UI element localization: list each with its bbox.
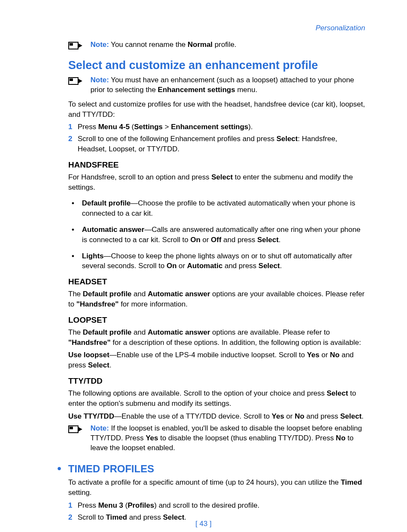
step-bold: Select [276, 135, 298, 143]
text: —Enable use of the LPS-4 mobile inductiv… [109, 351, 307, 359]
svg-rect-7 [70, 427, 73, 429]
note-text-part: profile. [212, 40, 236, 49]
bold: Yes [272, 412, 284, 420]
bold: Automatic [187, 262, 223, 270]
bold: Select [88, 361, 109, 369]
text: and press [304, 412, 340, 420]
text: or [320, 351, 330, 359]
note-prefix: Note: [90, 424, 109, 432]
step-body: Press Menu 4-5 (Settings > Enhancement s… [78, 122, 365, 132]
step-text: ( [130, 123, 134, 131]
bold: Automatic answer [148, 290, 210, 298]
step-number: 2 [68, 134, 74, 154]
note-enhancement-required: Note: You must have an enhancement (such… [68, 75, 365, 95]
bold: Select [257, 236, 279, 244]
note-text-part: You cannot rename the [109, 40, 187, 49]
text: —Enable the use of a TTY/TDD device. Scr… [114, 412, 272, 420]
heading-handsfree: HANDSFREE [68, 160, 365, 170]
svg-marker-2 [78, 43, 82, 48]
bold: "Handsfree" [68, 338, 110, 347]
text: setting. [68, 489, 92, 497]
bold: Menu 3 [98, 501, 123, 509]
step-bold: Menu 4-5 [98, 123, 130, 131]
tty-p2: Use TTY/TDD—Enable the use of a TTY/TDD … [68, 411, 365, 422]
bold: No [330, 351, 340, 359]
step-body: Press Menu 3 (Profiles) and scroll to th… [78, 500, 365, 511]
tty-p1: The following options are available. Scr… [68, 388, 365, 409]
bold: Automatic answer [148, 328, 210, 336]
bullet-icon: • [72, 225, 78, 245]
bullet-icon: • [72, 251, 78, 272]
step-text: Scroll to one of the following Enhanceme… [78, 135, 276, 143]
text: and [131, 328, 148, 336]
bold: Off [211, 236, 221, 244]
section-bullet-icon: • [57, 463, 61, 474]
svg-marker-5 [78, 79, 82, 83]
text: to disable the loopset (thus enabling TT… [158, 434, 336, 442]
step-body: Scroll to one of the following Enhanceme… [78, 134, 365, 154]
text: for more information. [119, 300, 188, 308]
bullet-body: Automatic answer—Calls are answered auto… [82, 225, 365, 245]
text: The following options are available. Scr… [68, 389, 327, 397]
loopset-p2: Use loopset—Enable use of the LPS-4 mobi… [68, 350, 365, 370]
step-1: 1 Press Menu 4-5 (Settings > Enhancement… [68, 122, 365, 132]
bold: Lights [82, 252, 104, 260]
bold: Yes [145, 434, 158, 442]
bullet-lights: • Lights—Choose to keep the phone lights… [72, 251, 365, 272]
step-text: ). [248, 123, 253, 131]
text: The [68, 328, 83, 336]
text: ) and scroll to the desired profile. [154, 501, 260, 509]
note-prefix: Note: [90, 76, 109, 84]
step-2: 2 Scroll to one of the following Enhance… [68, 134, 365, 154]
bold: Select [340, 412, 361, 420]
text: and [131, 290, 148, 298]
text: and press [221, 236, 257, 244]
bold: Yes [307, 351, 319, 359]
text: options are available. Please refer to [210, 328, 330, 336]
bold: Automatic answer [82, 226, 144, 234]
timed-step-1: 1 Press Menu 3 (Profiles) and scroll to … [68, 500, 365, 511]
text: or [177, 262, 187, 270]
bold: Use loopset [68, 351, 109, 359]
bold: Select [211, 173, 233, 181]
svg-rect-4 [70, 78, 73, 81]
bullet-automatic-answer: • Automatic answer—Calls are answered au… [72, 225, 365, 245]
bold: Default profile [82, 199, 131, 207]
note-tty-loopset: Note: If the loopset is enabled, you'll … [68, 424, 365, 453]
text: . [109, 361, 111, 369]
step-number: 1 [68, 122, 74, 132]
bold: On [190, 236, 201, 244]
step-bold: Enhancement settings [171, 123, 248, 131]
text: for a description of these options. In a… [110, 338, 361, 347]
loopset-p1: The Default profile and Automatic answer… [68, 327, 365, 348]
text: and press [223, 262, 259, 270]
bullet-body: Default profile—Choose the profile to be… [82, 198, 365, 219]
bold: Profiles [128, 501, 154, 509]
step-number: 1 [68, 500, 74, 511]
bold: No [336, 434, 346, 442]
bullet-default-profile: • Default profile—Choose the profile to … [72, 198, 365, 219]
intro-paragraph: To select and customize profiles for use… [68, 99, 365, 120]
svg-marker-8 [78, 427, 82, 431]
bold: Select [259, 262, 280, 270]
note-icon [68, 41, 83, 52]
header-section-label: Personalization [68, 24, 365, 32]
headset-paragraph: The Default profile and Automatic answer… [68, 289, 365, 309]
bold: Select [327, 389, 348, 397]
text: The [68, 290, 83, 298]
manual-page: Personalization Note: You cannot rename … [0, 0, 407, 532]
bullet-icon: • [72, 198, 78, 219]
heading-headset: HEADSET [68, 277, 365, 286]
note-bold: Normal [188, 40, 213, 49]
text: For Handsfree, scroll to an option and p… [68, 173, 211, 181]
text: or [284, 412, 295, 420]
text: . [362, 412, 364, 420]
note-prefix: Note: [90, 40, 109, 49]
note-icon [68, 425, 83, 436]
heading-timed-profiles: TIMED PROFILES [68, 463, 154, 475]
bold: Use TTY/TDD [68, 412, 114, 420]
text: To activate a profile for a specific amo… [68, 478, 341, 486]
text: ( [123, 501, 128, 509]
note-cannot-rename: Note: You cannot rename the Normal profi… [68, 40, 365, 52]
bold: Timed [341, 478, 362, 486]
